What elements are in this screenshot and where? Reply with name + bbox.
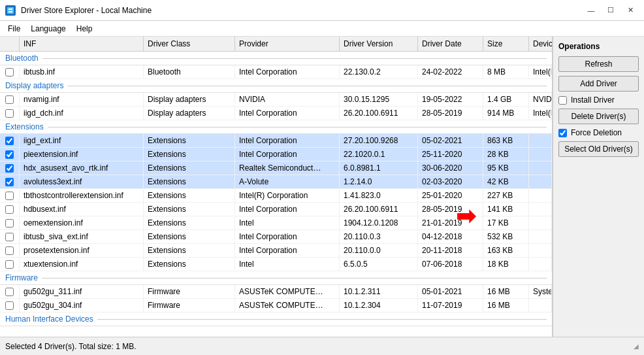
table-row[interactable]: pieextension.inf Extensions Intel Corpor… bbox=[0, 148, 552, 161]
row-checkbox[interactable] bbox=[5, 219, 14, 228]
cell-date: 05-02-2021 bbox=[418, 134, 483, 147]
col-provider[interactable]: Provider bbox=[235, 37, 340, 51]
close-button[interactable]: ✕ bbox=[622, 4, 639, 17]
cell-size: 17 KB bbox=[483, 216, 529, 229]
col-class[interactable]: Driver Class bbox=[144, 37, 235, 51]
table-row[interactable]: nvamig.inf Display adapters NVIDIA 30.0.… bbox=[0, 93, 552, 107]
row-checkbox[interactable] bbox=[5, 205, 14, 214]
menu-item-help[interactable]: Help bbox=[71, 23, 98, 35]
col-inf[interactable]: INF bbox=[20, 37, 144, 51]
row-checkbox[interactable] bbox=[5, 109, 14, 118]
cell-device: NVIDIA GeForce GTX 1660… bbox=[529, 93, 552, 106]
col-size[interactable]: Size bbox=[483, 37, 529, 51]
maximize-button[interactable]: ☐ bbox=[602, 4, 619, 17]
operations-title: Operations bbox=[558, 42, 639, 51]
refresh-button[interactable]: Refresh bbox=[558, 56, 639, 72]
minimize-button[interactable]: — bbox=[583, 4, 600, 17]
delete-drivers-button[interactable]: Delete Driver(s) bbox=[558, 109, 639, 124]
cell-version: 30.0.15.1295 bbox=[340, 93, 418, 106]
cell-version: 1.2.14.0 bbox=[340, 175, 418, 188]
cell-version: 6.5.0.5 bbox=[340, 258, 418, 271]
table-row[interactable]: prosetextension.inf Extensions Intel Cor… bbox=[0, 244, 552, 258]
cell-size: 95 KB bbox=[483, 161, 529, 175]
add-driver-button[interactable]: Add Driver bbox=[558, 76, 639, 92]
install-driver-checkbox[interactable] bbox=[558, 96, 567, 105]
col-date[interactable]: Driver Date bbox=[418, 37, 483, 51]
cell-size: 141 KB bbox=[483, 203, 529, 216]
table-row[interactable]: gu502gu_311.inf Firmware ASUSTeK COMPUTE… bbox=[0, 285, 552, 299]
table-row[interactable]: avolutess3ext.inf Extensions A-Volute 1.… bbox=[0, 175, 552, 189]
col-version[interactable]: Driver Version bbox=[340, 37, 418, 51]
window-controls: — ☐ ✕ bbox=[583, 4, 639, 17]
table-row[interactable]: oemextension.inf Extensions Intel 1904.1… bbox=[0, 216, 552, 230]
operations-panel: Operations Refresh Add Driver Install Dr… bbox=[553, 37, 644, 337]
cell-provider: ASUSTeK COMPUTE… bbox=[235, 299, 340, 312]
cell-date: 07-06-2018 bbox=[418, 258, 483, 271]
row-checkbox[interactable] bbox=[5, 233, 14, 241]
cell-inf: gu502gu_304.inf bbox=[20, 299, 144, 312]
cell-version: 22.130.0.2 bbox=[340, 65, 418, 78]
cell-size: 163 KB bbox=[483, 244, 529, 257]
cell-device: System Firmware bbox=[529, 285, 552, 298]
row-checkbox[interactable] bbox=[5, 178, 14, 186]
select-old-drivers-button[interactable]: Select Old Driver(s) bbox=[558, 141, 639, 157]
cell-version: 1904.12.0.1208 bbox=[340, 216, 418, 229]
group-hid: Human Interface Devices bbox=[0, 313, 552, 326]
row-checkbox[interactable] bbox=[5, 95, 14, 104]
cell-class: Extensions bbox=[144, 216, 235, 229]
cell-class: Extensions bbox=[144, 148, 235, 161]
cell-provider: NVIDIA bbox=[235, 93, 340, 106]
row-checkbox[interactable] bbox=[5, 260, 14, 269]
table-row[interactable]: iigd_ext.inf Extensions Intel Corporatio… bbox=[0, 134, 552, 148]
row-checkbox[interactable] bbox=[5, 68, 14, 76]
cell-device bbox=[529, 134, 552, 147]
cell-device: Intel(R) UHD Graphics 630 bbox=[529, 107, 552, 120]
row-checkbox[interactable] bbox=[5, 192, 14, 200]
table-row[interactable]: gu502gu_304.inf Firmware ASUSTeK COMPUTE… bbox=[0, 299, 552, 313]
cell-class: Firmware bbox=[144, 299, 235, 312]
cell-provider: A-Volute bbox=[235, 175, 340, 188]
cell-size: 42 KB bbox=[483, 175, 529, 188]
row-checkbox[interactable] bbox=[5, 301, 14, 310]
cell-device bbox=[529, 216, 552, 229]
cell-provider: ASUSTeK COMPUTE… bbox=[235, 285, 340, 298]
table-row[interactable]: hdbusext.inf Extensions Intel Corporatio… bbox=[0, 203, 552, 216]
cell-version: 10.1.2.304 bbox=[340, 299, 418, 312]
install-driver-label: Install Driver bbox=[571, 95, 615, 105]
force-deletion-checkbox[interactable] bbox=[558, 129, 567, 137]
table-row[interactable]: ibtusb_siva_ext.inf Extensions Intel Cor… bbox=[0, 230, 552, 244]
row-checkbox[interactable] bbox=[5, 137, 14, 145]
cell-size: 914 MB bbox=[483, 107, 529, 120]
cell-date: 05-01-2021 bbox=[418, 285, 483, 298]
cell-size: 16 MB bbox=[483, 299, 529, 312]
cell-inf: hdx_asusext_avo_rtk.inf bbox=[20, 161, 144, 175]
row-checkbox[interactable] bbox=[5, 288, 14, 296]
table-row[interactable]: hdx_asusext_avo_rtk.inf Extensions Realt… bbox=[0, 161, 552, 175]
cell-date: 30-06-2020 bbox=[418, 161, 483, 175]
table-row[interactable]: tbthostcontrollerextension.inf Extension… bbox=[0, 189, 552, 203]
cell-version: 10.1.2.311 bbox=[340, 285, 418, 298]
cell-class: Extensions bbox=[144, 230, 235, 243]
cell-version: 1.41.823.0 bbox=[340, 189, 418, 202]
cell-size: 8 MB bbox=[483, 65, 529, 78]
cell-device bbox=[529, 161, 552, 175]
cell-size: 1.4 GB bbox=[483, 93, 529, 106]
cell-class: Firmware bbox=[144, 285, 235, 298]
menu-item-file[interactable]: File bbox=[3, 23, 25, 35]
row-checkbox[interactable] bbox=[5, 246, 14, 255]
cell-inf: gu502gu_311.inf bbox=[20, 285, 144, 298]
cell-provider: Intel Corporation bbox=[235, 203, 340, 216]
table-row[interactable]: xtuextension.inf Extensions Intel 6.5.0.… bbox=[0, 258, 552, 271]
table-row[interactable]: iigd_dch.inf Display adapters Intel Corp… bbox=[0, 107, 552, 120]
col-device[interactable]: Device Name bbox=[529, 37, 553, 51]
group-extensions: Extensions bbox=[0, 120, 552, 134]
menu-item-language[interactable]: Language bbox=[25, 23, 71, 35]
cell-provider: Intel Corporation bbox=[235, 65, 340, 78]
row-checkbox[interactable] bbox=[5, 164, 14, 173]
table-row[interactable]: ibtusb.inf Bluetooth Intel Corporation 2… bbox=[0, 65, 552, 79]
row-checkbox[interactable] bbox=[5, 150, 14, 159]
cell-size: 532 KB bbox=[483, 230, 529, 243]
cell-inf: oemextension.inf bbox=[20, 216, 144, 229]
cell-provider: Intel(R) Corporation bbox=[235, 189, 340, 202]
cell-class: Display adapters bbox=[144, 93, 235, 106]
